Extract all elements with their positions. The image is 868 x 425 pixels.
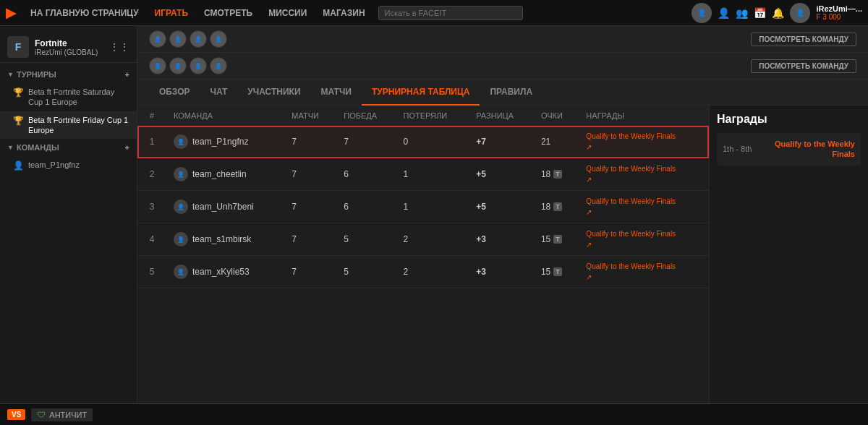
external-link-icon: ↗ [586, 207, 702, 217]
avatar: 👤 [692, 3, 712, 23]
sidebar-item-tournament[interactable]: 🏆Beta ft Fortnite Friday Cup 1 Europe [0, 111, 137, 139]
grid-icon[interactable]: ⋮⋮ [109, 41, 129, 53]
tournaments-label: ТУРНИРЫ [17, 70, 56, 79]
team-avatar: 👤 [174, 199, 188, 214]
reward-text: Qualify to the Weekly Finals [586, 132, 702, 141]
sidebar-section-teams[interactable]: ▼ КОМАНДЫ + [0, 139, 137, 156]
anticheat-badge[interactable]: 🛡 АНТИЧИТ [31, 408, 93, 421]
reward-cell: Qualify to the Weekly Finals ↗ [579, 256, 709, 288]
t-badge: T [553, 170, 562, 179]
losses-cell: 2 [396, 223, 469, 256]
bottom-bar: VS 🛡 АНТИЧИТ [0, 403, 868, 425]
wins-cell: 6 [336, 158, 396, 191]
reward-link[interactable]: Qualify to the Weekly Finals ↗ [586, 132, 702, 152]
sidebar: F Fortnite iRezUmi (GLOBAL) ⋮⋮ ▼ ТУРНИРЫ… [0, 26, 137, 425]
reward-text: Qualify to the Weekly Finals [586, 164, 702, 173]
tab-обзор[interactable]: ОБЗОР [149, 80, 200, 106]
team-avatar: 👤 [174, 167, 188, 181]
column-header: Разница [469, 106, 534, 126]
tab-турнирная-таблица[interactable]: ТУРНИРНАЯ ТАБЛИЦА [362, 80, 480, 106]
losses-cell: 2 [396, 256, 469, 288]
team-cell-content: 👤 team_cheetlin [174, 167, 277, 181]
add-tournament-icon[interactable]: + [125, 70, 129, 79]
chevron-icon: ▼ [7, 71, 14, 78]
column-header: Матчи [284, 106, 336, 126]
team-cell[interactable]: 👤 team_xKylie53 [166, 256, 284, 288]
points-value: 15 [541, 234, 550, 244]
team-previews: 👤 👤 👤 👤 ПОСМОТРЕТЬ КОМАНДУ 👤 👤 👤 👤 ПОСМО… [137, 26, 868, 80]
notification-icon[interactable]: 🔔 [772, 7, 784, 19]
trophy-icon: 🏆 [13, 116, 24, 126]
sidebar-section-tournaments[interactable]: ▼ ТУРНИРЫ + [0, 66, 137, 83]
team-cell[interactable]: 👤 team_s1mbirsk [166, 223, 284, 256]
column-header: Награды [579, 106, 709, 126]
sidebar-item-label: Beta ft Fortnite Saturday Cup 1 Europe [28, 87, 129, 108]
matches-cell: 7 [284, 191, 336, 223]
friend-icon[interactable]: 👤 [718, 7, 730, 19]
points-cell: 15 T [534, 256, 579, 288]
team-icon: 👤 [13, 160, 24, 171]
nav-watch[interactable]: СМОТРЕТЬ [197, 0, 260, 26]
team-cell-content: 👤 team_P1ngfnz [174, 134, 277, 149]
diff-cell: +5 [469, 191, 534, 223]
reward-link[interactable]: Qualify to the Weekly Finals ↗ [586, 229, 702, 249]
nav-missions[interactable]: МИССИИ [261, 0, 314, 26]
table-body: 1 👤 team_P1ngfnz 7 7 0 +7 21 Qualify to … [137, 126, 709, 288]
points-value: 21 [541, 137, 550, 147]
team-cell-content: 👤 team_xKylie53 [174, 265, 277, 279]
sidebar-item-team[interactable]: 👤team_P1ngfnz [0, 156, 137, 174]
losses-cell: 1 [396, 191, 469, 223]
team-cell[interactable]: 👤 team_cheetlin [166, 158, 284, 191]
team-name: team_Unh7beni [192, 202, 254, 212]
t-badge: T [553, 267, 562, 276]
team-cell[interactable]: 👤 team_P1ngfnz [166, 126, 284, 158]
user-avatar[interactable]: 👤 [790, 3, 810, 23]
tab-чат[interactable]: ЧАТ [200, 80, 238, 106]
table-row: 1 👤 team_P1ngfnz 7 7 0 +7 21 Qualify to … [137, 126, 709, 158]
calendar-icon[interactable]: 📅 [754, 7, 766, 19]
wins-cell: 7 [336, 126, 396, 158]
column-header: Очки [534, 106, 579, 126]
reward-text: Qualify to the Weekly Finals [586, 262, 702, 271]
reward-link[interactable]: Qualify to the Weekly Finals ↗ [586, 262, 702, 282]
username-label: iRezUmi—... [816, 4, 862, 13]
matches-cell: 7 [284, 158, 336, 191]
group-icon[interactable]: 👥 [736, 7, 748, 19]
shield-icon: 🛡 [37, 410, 46, 420]
main-layout: F Fortnite iRezUmi (GLOBAL) ⋮⋮ ▼ ТУРНИРЫ… [0, 26, 868, 425]
player-avatar: 👤 [169, 57, 187, 74]
nav-shop[interactable]: МАГАЗИН [315, 0, 372, 26]
game-info: Fortnite iRezUmi (GLOBAL) [35, 38, 98, 56]
reward-link[interactable]: Qualify to the Weekly Finals ↗ [586, 164, 702, 184]
tab-правила[interactable]: ПРАВИЛА [480, 80, 542, 106]
tab-участники[interactable]: УЧАСТНИКИ [237, 80, 310, 106]
search-input[interactable] [378, 6, 523, 20]
tab-матчи[interactable]: МАТЧИ [311, 80, 362, 106]
wins-cell: 5 [336, 256, 396, 288]
team-cell[interactable]: 👤 team_Unh7beni [166, 191, 284, 223]
teams-label: КОМАНДЫ [17, 143, 59, 152]
points-value: 18 [541, 202, 550, 212]
points-value: 15 [541, 267, 550, 277]
reward-text: Qualify to the Weekly Finals [586, 229, 702, 239]
content-area: 👤 👤 👤 👤 ПОСМОТРЕТЬ КОМАНДУ 👤 👤 👤 👤 ПОСМО… [137, 26, 868, 425]
sidebar-item-label: team_P1ngfnz [28, 160, 80, 170]
nav-play[interactable]: ИГРАТЬ [148, 0, 195, 26]
add-team-icon[interactable]: + [125, 143, 129, 152]
view-team-button-2[interactable]: ПОСМОТРЕТЬ КОМАНДУ [751, 59, 856, 73]
rank-cell: 2 [137, 158, 166, 191]
losses-cell: 1 [396, 158, 469, 191]
nav-home[interactable]: НА ГЛАВНУЮ СТРАНИЦУ [23, 0, 146, 26]
sidebar-item-tournament[interactable]: 🏆Beta ft Fortnite Saturday Cup 1 Europe [0, 83, 137, 111]
matches-cell: 7 [284, 126, 336, 158]
reward-link[interactable]: Qualify to the Weekly Finals ↗ [586, 197, 702, 217]
reward-cell: Qualify to the Weekly Finals ↗ [579, 158, 709, 191]
sidebar-item-label: Beta ft Fortnite Friday Cup 1 Europe [28, 115, 129, 136]
team-avatar: 👤 [174, 265, 188, 279]
rewards-panel-title: Награды [717, 113, 861, 126]
anticheat-label: АНТИЧИТ [49, 411, 87, 419]
team-cell-content: 👤 team_Unh7beni [174, 199, 277, 214]
view-team-button-1[interactable]: ПОСМОТРЕТЬ КОМАНДУ [751, 33, 856, 46]
standings-table-section: #КомандаМатчиПобедаПотерялиРазницаОчкиНа… [137, 106, 709, 425]
diff-cell: +3 [469, 256, 534, 288]
